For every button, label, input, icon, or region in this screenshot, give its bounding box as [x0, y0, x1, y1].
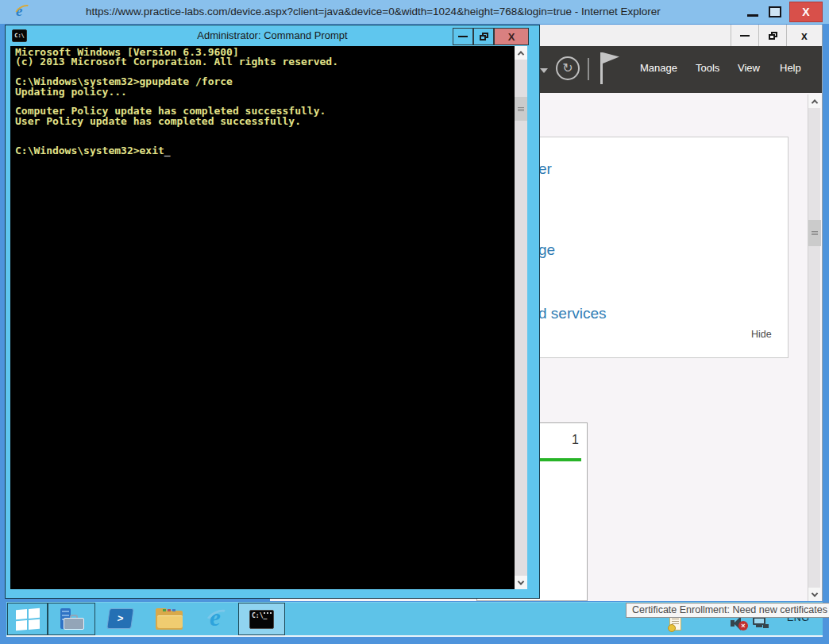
- server-manager-minimize-button[interactable]: [731, 25, 758, 46]
- menu-help[interactable]: Help: [780, 62, 801, 74]
- cmd-icon-label: C:\_: [252, 612, 267, 619]
- command-prompt-window: C:\ Administrator: Command Prompt X Micr…: [6, 25, 539, 598]
- chevron-up-icon: [518, 51, 524, 57]
- ie-minimize-button[interactable]: [747, 14, 758, 17]
- role-tile-count: 1: [572, 433, 579, 447]
- server-manager-close-button[interactable]: x: [786, 25, 822, 46]
- welcome-link-fragment-2[interactable]: ge: [538, 241, 555, 259]
- menu-tools[interactable]: Tools: [696, 62, 719, 74]
- taskbar-file-explorer-button[interactable]: [156, 608, 183, 630]
- ie-close-button[interactable]: X: [789, 2, 823, 22]
- console-scrollbar[interactable]: [515, 46, 527, 589]
- console-area[interactable]: Microsoft Windows [Version 6.3.9600] (c)…: [10, 46, 515, 589]
- ie-window-title: https://www.practice-labs.com/device.asp…: [86, 0, 661, 24]
- server-manager-restore-button[interactable]: [758, 25, 786, 46]
- windows-logo-icon: [16, 607, 40, 631]
- start-button[interactable]: [7, 603, 48, 635]
- chevron-up-icon: [812, 99, 818, 106]
- scrollbar-down-button[interactable]: [808, 588, 821, 601]
- minimize-icon: [740, 35, 750, 37]
- desktop-bottom-edge: [6, 635, 823, 637]
- taskbar-server-manager-button[interactable]: [48, 603, 95, 635]
- mute-x-badge: ×: [738, 621, 748, 631]
- certificate-enrollment-tooltip: Certificate Enrollment: Need new certifi…: [626, 603, 829, 618]
- network-tray-icon[interactable]: [753, 617, 769, 630]
- notifications-flag-icon[interactable]: [600, 52, 619, 84]
- minimize-icon: [458, 36, 468, 37]
- ie-titlebar: e https://www.practice-labs.com/device.a…: [0, 0, 829, 24]
- chevron-down-icon: [812, 590, 818, 596]
- menu-view[interactable]: View: [738, 62, 760, 74]
- menu-manage[interactable]: Manage: [640, 62, 677, 74]
- server-manager-scrollbar[interactable]: [808, 94, 820, 601]
- cmd-close-button[interactable]: X: [494, 28, 529, 45]
- powershell-icon: >: [117, 612, 125, 624]
- scrollbar-thumb[interactable]: [808, 220, 821, 246]
- taskbar-command-prompt-button[interactable]: C:\_: [238, 603, 285, 635]
- welcome-link-fragment-1[interactable]: er: [538, 160, 552, 178]
- cmd-minimize-button[interactable]: [453, 28, 473, 45]
- refresh-icon[interactable]: ↻: [556, 56, 580, 80]
- cmd-restore-button[interactable]: [473, 28, 494, 45]
- restore-icon: [769, 32, 777, 40]
- command-prompt-titlebar[interactable]: C:\ Administrator: Command Prompt X: [6, 25, 539, 46]
- ie-window: { "ie_window": { "title": "https://www.p…: [0, 0, 829, 644]
- scrollbar-up-button[interactable]: [808, 94, 821, 108]
- taskbar-internet-explorer-button[interactable]: e: [206, 607, 233, 631]
- restore-icon: [480, 33, 488, 40]
- ie-logo-icon: e: [16, 2, 33, 21]
- server-manager-titlebar-buttons: x: [731, 25, 822, 46]
- volume-muted-tray-icon[interactable]: ×: [731, 616, 748, 631]
- scrollbar-up-button[interactable]: [515, 46, 527, 60]
- server-manager-icon: [59, 608, 84, 631]
- chevron-down-icon: [518, 578, 524, 584]
- navbar-separator: [588, 58, 589, 80]
- scrollbar-thumb[interactable]: [515, 97, 527, 121]
- console-cursor: _: [164, 145, 171, 156]
- welcome-link-fragment-3[interactable]: d services: [538, 305, 607, 322]
- scrollbar-down-button[interactable]: [515, 576, 527, 589]
- command-prompt-icon: C:\_: [249, 610, 274, 629]
- hide-button[interactable]: Hide: [751, 329, 772, 340]
- taskbar-powershell-button[interactable]: >: [106, 608, 134, 629]
- console-text: Microsoft Windows [Version 6.3.9600] (c)…: [10, 46, 515, 156]
- chevron-down-icon[interactable]: [540, 68, 548, 73]
- ie-maximize-button[interactable]: [769, 6, 781, 17]
